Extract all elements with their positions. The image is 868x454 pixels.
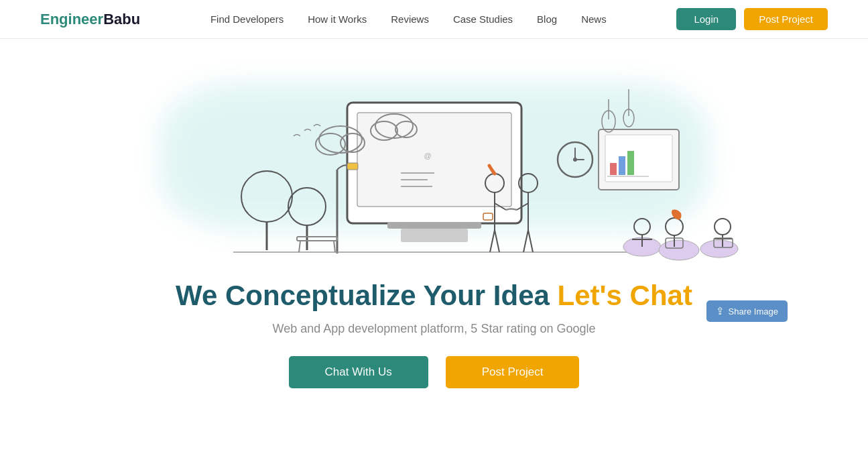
- navbar: EngineerBabu Find Developers How it Work…: [0, 0, 868, 39]
- hero-buttons: Chat With Us Post Project: [289, 356, 580, 388]
- headline-highlight: Let's Chat: [558, 280, 692, 311]
- nav-item-how-it-works[interactable]: How it Works: [308, 13, 367, 25]
- nav-link-blog[interactable]: Blog: [537, 13, 557, 25]
- post-project-button[interactable]: Post Project: [446, 356, 580, 388]
- headline-prefix: We Conceptualize Your Idea: [176, 280, 557, 311]
- nav-links: Find Developers How it Works Reviews Cas…: [210, 13, 607, 25]
- svg-rect-33: [619, 156, 625, 175]
- svg-rect-3: [387, 222, 481, 229]
- share-label: Share Image: [729, 306, 778, 317]
- login-button[interactable]: Login: [676, 8, 736, 30]
- svg-line-19: [495, 230, 499, 252]
- nav-item-case-studies[interactable]: Case Studies: [453, 13, 513, 25]
- svg-point-44: [659, 240, 699, 260]
- nav-item-news[interactable]: News: [581, 13, 607, 25]
- svg-point-5: [241, 171, 292, 222]
- svg-rect-4: [401, 229, 468, 242]
- nav-link-case-studies[interactable]: Case Studies: [453, 13, 513, 25]
- svg-line-14: [334, 241, 335, 252]
- nav-link-how-it-works[interactable]: How it Works: [308, 13, 367, 25]
- svg-rect-32: [610, 163, 617, 175]
- hero-svg: @: [99, 46, 769, 267]
- svg-line-25: [528, 230, 533, 252]
- svg-line-18: [490, 230, 495, 252]
- hero-headline: We Conceptualize Your Idea Let's Chat: [176, 279, 692, 313]
- svg-point-45: [666, 218, 683, 235]
- share-icon: ⇪: [716, 305, 725, 317]
- share-image-badge[interactable]: ⇪ Share Image: [706, 300, 788, 322]
- post-project-button-nav[interactable]: Post Project: [744, 8, 828, 30]
- svg-rect-10: [347, 163, 358, 170]
- svg-point-7: [288, 188, 326, 225]
- nav-item-reviews[interactable]: Reviews: [391, 13, 429, 25]
- hero-section: @: [0, 39, 868, 415]
- nav-link-news[interactable]: News: [581, 13, 607, 25]
- hero-illustration: @: [99, 46, 769, 267]
- svg-line-24: [523, 230, 528, 252]
- hero-subtext: Web and App development platform, 5 Star…: [273, 322, 596, 336]
- svg-rect-34: [627, 151, 634, 175]
- svg-rect-12: [297, 237, 337, 241]
- logo-babu: Babu: [103, 11, 140, 27]
- nav-item-blog[interactable]: Blog: [537, 13, 557, 25]
- logo: EngineerBabu: [40, 11, 140, 28]
- chat-with-us-button[interactable]: Chat With Us: [289, 356, 428, 388]
- nav-link-find-developers[interactable]: Find Developers: [210, 13, 284, 25]
- logo-engineer: Engineer: [40, 11, 103, 27]
- svg-text:@: @: [424, 152, 431, 160]
- nav-buttons: Login Post Project: [676, 8, 828, 30]
- svg-point-41: [634, 219, 650, 235]
- svg-line-13: [299, 241, 300, 252]
- nav-link-reviews[interactable]: Reviews: [391, 13, 429, 25]
- svg-point-49: [715, 219, 731, 235]
- svg-rect-1: [357, 113, 511, 207]
- nav-item-find-developers[interactable]: Find Developers: [210, 13, 284, 25]
